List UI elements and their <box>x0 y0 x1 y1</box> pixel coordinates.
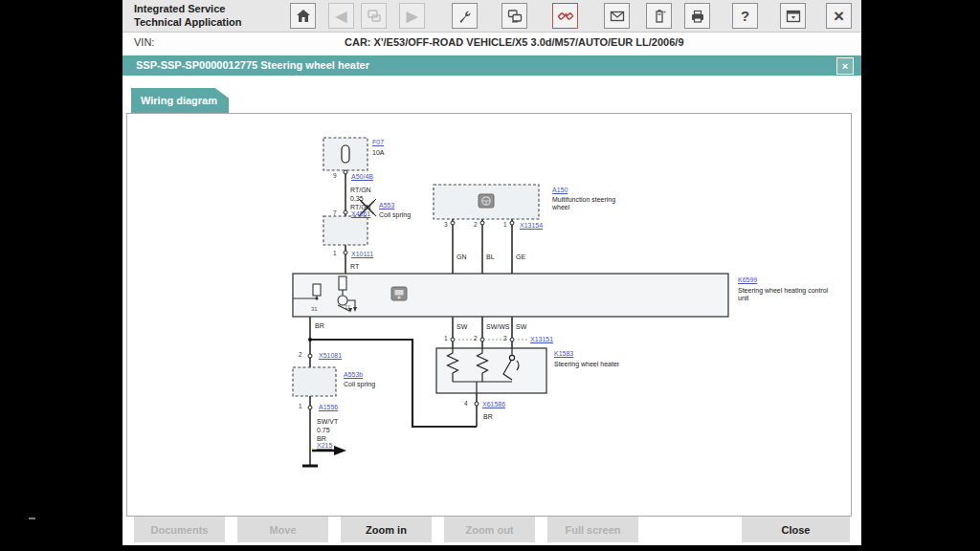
zoom-out-button-label: Zoom out <box>465 524 513 536</box>
back-icon: ◀ <box>336 9 347 23</box>
ground-point-link[interactable]: X215 <box>317 442 332 449</box>
close-app-button[interactable]: × <box>826 3 852 29</box>
connector-red-icon <box>556 7 575 26</box>
zoom-in-button[interactable]: Zoom in <box>341 517 432 542</box>
screen-artifact-dash <box>29 518 35 519</box>
home-button[interactable] <box>290 3 316 29</box>
connector-link[interactable]: A1556 <box>319 404 338 410</box>
full-screen-button[interactable]: Full screen <box>547 517 638 542</box>
heater-name: Steering wheel heater <box>554 361 642 368</box>
battery-button[interactable]: + <box>646 3 672 29</box>
pin-number: 7 <box>333 210 337 217</box>
wiring-diagram-canvas[interactable]: F07 10A 9 A50/4B RT/GN 0.35 RT/GN 7 X486… <box>126 113 852 517</box>
wiring-diagram-graphic <box>127 114 851 516</box>
help-button[interactable]: ? <box>732 3 758 29</box>
pin-number: 1 <box>503 222 507 229</box>
coil-spring-upper-name: Coil spring <box>379 211 411 218</box>
operations-button[interactable] <box>501 3 527 29</box>
window-icon <box>785 8 802 25</box>
pin-number: 4 <box>464 401 468 408</box>
zoom-out-button[interactable]: Zoom out <box>444 517 535 542</box>
connection-button[interactable] <box>552 3 578 29</box>
forward-icon: ▶ <box>407 9 418 23</box>
pin-number: 1 <box>299 404 302 410</box>
tab-wiring-diagram[interactable]: Wiring diagram <box>131 88 229 113</box>
mfl-link[interactable]: A150 <box>552 187 568 193</box>
heater-link[interactable]: K1583 <box>554 350 573 357</box>
help-icon: ? <box>741 9 749 23</box>
pin-number: 9 <box>333 173 337 180</box>
tab-label: Wiring diagram <box>141 95 217 106</box>
print-button[interactable] <box>684 3 710 29</box>
coil-spring-lower-link[interactable]: A553b <box>344 371 363 378</box>
full-screen-button-label: Full screen <box>565 524 620 536</box>
steering-wheel-icon <box>479 194 494 208</box>
dialog-title-bar: SSP-SSP-SP0000012775 Steering wheel heat… <box>122 55 861 76</box>
pin-number: 2 <box>474 222 478 229</box>
pin-number: 2 <box>474 336 478 342</box>
service-plan-button[interactable] <box>604 3 630 29</box>
vin-label: VIN: <box>134 36 154 48</box>
connector-link[interactable]: X51081 <box>319 352 342 359</box>
ista-application-window: Integrated Service Technical Application… <box>122 0 861 545</box>
control-unit-link[interactable]: K6599 <box>738 276 757 283</box>
pin-number: 3 <box>444 222 448 229</box>
wire-color-label: BR <box>483 413 493 420</box>
app-title: Integrated Service Technical Application <box>134 3 241 30</box>
wire-gauge-label: 0.75 <box>317 427 330 433</box>
wire-color-label: BL <box>486 253 495 260</box>
dialog-close-button[interactable]: × <box>836 57 854 75</box>
wire-color-label: GE <box>516 253 525 260</box>
back-button[interactable]: ◀ <box>328 3 354 29</box>
connector-link[interactable]: X13151 <box>530 336 553 342</box>
minimize-window-button[interactable] <box>780 3 806 29</box>
fuse-link[interactable]: F07 <box>372 139 384 145</box>
close-button-label: Close <box>782 524 811 536</box>
coil-spring-upper-link[interactable]: A553 <box>379 202 394 209</box>
home-icon <box>295 8 312 25</box>
wire-color-label: SW/VT <box>317 418 338 425</box>
mfl-name: Multifunction steering wheel <box>552 196 631 211</box>
documents-button[interactable]: Documents <box>134 517 225 542</box>
pin-number: 3 <box>503 336 507 342</box>
app-header: Integrated Service Technical Application… <box>122 0 861 33</box>
app-title-line1: Integrated Service <box>134 3 241 16</box>
mail-icon <box>609 8 626 25</box>
vehicle-bar: VIN: CAR: X'/E53/OFF-ROAD VEHICLE/X5 3.0… <box>122 33 861 54</box>
pin-number: 1 <box>444 336 448 342</box>
dialog-close-icon: × <box>842 61 848 72</box>
vehicle-management-button[interactable] <box>452 3 478 29</box>
printer-icon <box>689 8 706 25</box>
car-label: CAR: <box>345 36 371 48</box>
pin-number: 1 <box>333 251 337 257</box>
connector-link[interactable]: X13154 <box>520 222 543 229</box>
wire-color-label: SW/WS <box>486 323 510 330</box>
car-value: X'/E53/OFF-ROAD VEHICLE/X5 3.0d/M57/AUTO… <box>374 36 684 48</box>
forward-button[interactable]: ▶ <box>399 3 425 29</box>
wrench-icon <box>457 8 474 25</box>
connector-link[interactable]: A50/4B <box>351 173 373 180</box>
connector-link[interactable]: X61586 <box>482 401 505 408</box>
workshop-button[interactable] <box>361 3 387 29</box>
documents-button-label: Documents <box>151 524 209 536</box>
zoom-in-button-label: Zoom in <box>366 524 407 536</box>
close-button[interactable]: Close <box>742 517 850 542</box>
move-button[interactable]: Move <box>237 517 328 542</box>
wire-color-label: RT/GN <box>350 187 371 193</box>
control-unit-name: Steering wheel heating control unit <box>738 287 834 302</box>
monitor-icon <box>506 8 523 25</box>
dialog-title: SSP-SSP-SP0000012775 Steering wheel heat… <box>136 59 369 71</box>
svg-text:+: + <box>662 9 666 14</box>
wire-color-label: BR <box>315 322 324 329</box>
wire-color-label: SW <box>516 323 526 330</box>
workshop-icon <box>366 8 383 25</box>
wire-gauge-label: 0.35 <box>350 195 364 202</box>
connector-link[interactable]: X4861 <box>351 210 370 217</box>
screen-background: Integrated Service Technical Application… <box>0 0 980 551</box>
battery-icon: + <box>651 8 668 25</box>
close-icon: × <box>834 7 844 25</box>
terminal-label: 31 <box>311 306 318 312</box>
connector-link[interactable]: X10111 <box>351 251 373 257</box>
pin-number: 2 <box>299 352 302 359</box>
fuse-rating: 10A <box>372 149 384 156</box>
